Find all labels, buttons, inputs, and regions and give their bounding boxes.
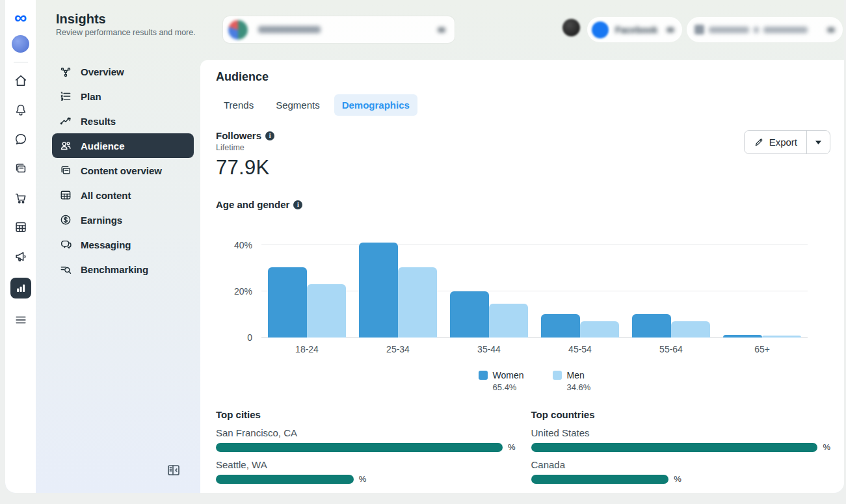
account-selector[interactable] (223, 16, 455, 43)
home-icon[interactable] (12, 73, 29, 88)
age-gender-chart: 40% 20% 0 18-2425-3435-4445-5455-6465+ W… (216, 233, 830, 392)
app-window: Facebook ∞ (5, 0, 844, 493)
sidebar-subtitle: Review performance results and more. (47, 28, 202, 37)
planner-calendar-icon[interactable] (12, 219, 29, 235)
followers-label: Followers (216, 130, 261, 141)
country-bar (531, 443, 818, 452)
user-avatar[interactable] (12, 35, 29, 53)
info-icon[interactable]: i (265, 131, 274, 140)
bar-men-25-34[interactable] (398, 267, 437, 338)
earnings-icon (59, 213, 72, 226)
rail-divider (14, 62, 28, 62)
city-bar (216, 475, 354, 484)
country-percent-label: % (823, 442, 830, 452)
sidebar-item-label: Content overview (81, 165, 162, 176)
sidebar-item-all-content[interactable]: All content (52, 183, 194, 207)
date-dash-redacted (754, 27, 759, 33)
meta-logo[interactable]: ∞ (14, 8, 27, 27)
ads-megaphone-icon[interactable] (12, 248, 29, 264)
commerce-cart-icon[interactable] (12, 190, 29, 206)
top-cities-section: Top cities San Francisco, CA%Seattle, WA… (216, 409, 516, 493)
age-gender-label: Age and gender (216, 199, 289, 210)
sidebar-item-audience[interactable]: Audience (52, 133, 194, 158)
export-dropdown-button[interactable] (806, 131, 830, 153)
bar-women-45-54[interactable] (541, 314, 580, 338)
sidebar-item-label: Benchmarking (81, 264, 148, 275)
city-percent-label: % (359, 474, 367, 484)
all-content-icon (59, 189, 72, 202)
country-bar (531, 475, 669, 484)
sidebar-item-results[interactable]: Results (52, 109, 194, 133)
country-row: United Kingdon% (531, 491, 831, 493)
geo-sections: Top cities San Francisco, CA%Seattle, WA… (216, 409, 830, 493)
country-row: United States% (531, 427, 831, 452)
age-gender-title: Age and gender i (216, 199, 830, 210)
y-tick: 20% (234, 286, 252, 297)
age-gender-plot: 40% 20% 0 (261, 233, 808, 338)
insights-chart-icon[interactable] (10, 278, 31, 298)
channel-selector-facebook[interactable]: Facebook (587, 17, 682, 42)
bar-women-35-44[interactable] (450, 291, 489, 338)
sidebar-item-label: Messaging (81, 239, 131, 250)
date-end-redacted (763, 27, 808, 33)
more-hamburger-icon[interactable] (12, 312, 29, 328)
caret-down-icon (815, 140, 822, 145)
bar-women-55-64[interactable] (632, 314, 671, 338)
sidebar-item-content-overview[interactable]: Content overview (52, 158, 194, 183)
sidebar-item-label: Audience (81, 140, 125, 152)
collapse-sidebar-icon[interactable] (166, 462, 181, 478)
x-axis-label: 55-64 (626, 344, 717, 354)
export-split-button: Export (744, 130, 830, 154)
content-stack-icon[interactable] (12, 161, 29, 176)
sidebar-item-plan[interactable]: Plan (52, 84, 194, 109)
tab-segments[interactable]: Segments (268, 94, 328, 116)
tab-demographics[interactable]: Demographics (334, 94, 417, 116)
export-button[interactable]: Export (745, 131, 806, 153)
info-icon[interactable]: i (293, 200, 302, 209)
bar-men-35-44[interactable] (489, 304, 528, 338)
bar-men-55-64[interactable] (671, 321, 710, 338)
bar-men-18-24[interactable] (307, 284, 346, 338)
legend-swatch-women (479, 371, 488, 380)
pencil-icon (754, 137, 764, 148)
messages-chat-icon[interactable] (12, 131, 29, 147)
bar-women-25-34[interactable] (359, 243, 398, 338)
page-title: Audience (216, 70, 830, 84)
channel-label: Facebook (615, 25, 657, 35)
insights-nav: Overview Plan Results Audience Content o… (52, 59, 194, 282)
account-name-redacted (258, 26, 321, 33)
legend-share: 34.6% (567, 382, 591, 392)
sidebar-item-overview[interactable]: Overview (52, 59, 194, 84)
bar-women-65+[interactable] (723, 335, 762, 338)
notifications-bell-icon[interactable] (12, 102, 29, 118)
facebook-icon (592, 21, 609, 38)
bar-women-18-24[interactable] (268, 267, 307, 338)
profile-button[interactable] (562, 19, 580, 36)
benchmarking-icon (59, 263, 72, 276)
legend-label: Men (567, 370, 591, 380)
bar-group-35-44 (443, 291, 535, 338)
city-bar (216, 443, 503, 452)
country-row: Canada% (531, 459, 831, 484)
x-axis-label: 35-44 (443, 344, 535, 354)
date-range-picker[interactable] (687, 17, 843, 42)
sidebar-item-label: Overview (81, 66, 124, 77)
messaging-icon (59, 238, 72, 251)
sidebar-item-earnings[interactable]: Earnings (52, 207, 194, 232)
city-row: Seattle, WA% (216, 459, 516, 484)
sidebar-item-messaging[interactable]: Messaging (52, 232, 194, 257)
tab-trends[interactable]: Trends (216, 94, 261, 116)
city-percent-label: % (508, 442, 516, 452)
date-start-redacted (709, 27, 749, 33)
chart-legend: Women 65.4% Men 34.6% (261, 370, 808, 392)
city-label: Seattle, WA (216, 459, 516, 470)
bar-men-45-54[interactable] (580, 321, 619, 338)
y-tick: 40% (234, 240, 252, 250)
sidebar-item-label: Results (81, 116, 116, 127)
country-percent-label: % (674, 474, 681, 484)
top-countries-list: United States%Canada%United Kingdon% (531, 427, 831, 493)
audience-panel: Audience Trends Segments Demographics Fo… (200, 60, 844, 493)
sidebar-item-benchmarking[interactable]: Benchmarking (52, 257, 194, 282)
export-label: Export (769, 137, 797, 148)
bar-men-65+[interactable] (762, 336, 801, 338)
